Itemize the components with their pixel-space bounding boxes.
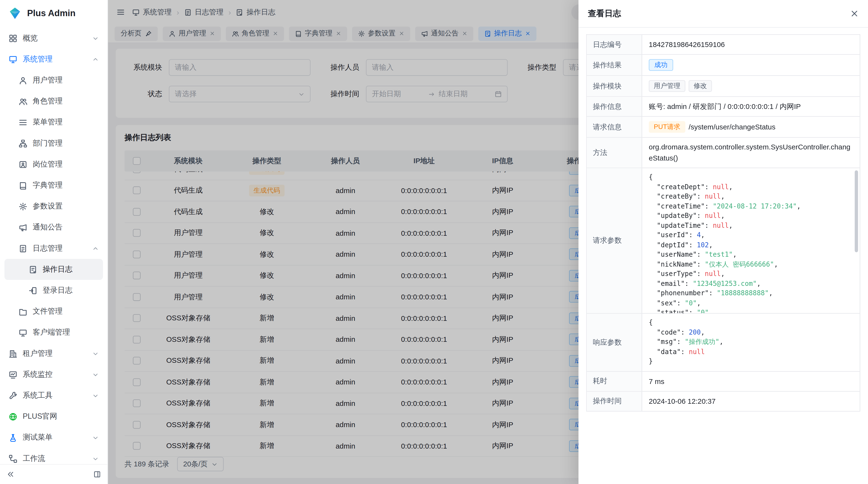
sidebar-item-label: 工作流 — [23, 454, 92, 463]
sidebar-item[interactable]: 日志管理 — [4, 238, 103, 259]
desc-row-module: 操作模块 用户管理 修改 — [587, 76, 860, 97]
sidebar-item[interactable]: 概览 — [4, 28, 103, 49]
tenant-icon — [9, 349, 18, 357]
sidebar-item-label: 系统管理 — [23, 54, 92, 64]
sidebar-item[interactable]: 通知公告 — [4, 217, 103, 238]
desc-label: 操作信息 — [587, 97, 642, 116]
request-params-value: { "createDept": null, "createBy": null, … — [642, 168, 860, 313]
sidebar-item-label: 系统工具 — [23, 390, 92, 400]
sidebar-item-label: 岗位管理 — [33, 159, 98, 169]
desc-label: 操作结果 — [587, 55, 642, 75]
sidebar-item[interactable]: 文件管理 — [4, 301, 103, 322]
sidebar-item-label: 概览 — [23, 33, 92, 43]
response-params-code: { "code": 200, "msg": "操作成功", "data": nu… — [642, 314, 860, 371]
sidebar-item[interactable]: 操作日志 — [4, 259, 103, 280]
sidebar-item-label: 通知公告 — [33, 223, 98, 232]
desc-row-method: 方法 org.dromara.system.controller.system.… — [587, 138, 860, 168]
loginlog-icon — [29, 286, 38, 295]
response-params-value: { "code": 200, "msg": "操作成功", "data": nu… — [642, 314, 860, 371]
collapse-sidebar-icon[interactable] — [7, 471, 14, 478]
sidebar-item[interactable]: 系统工具 — [4, 385, 103, 406]
desc-label: 请求参数 — [587, 168, 642, 313]
desc-row-request-params: 请求参数 { "createDept": null, "createBy": n… — [587, 168, 860, 314]
folder-icon — [19, 307, 28, 316]
sidebar-item[interactable]: 岗位管理 — [4, 154, 103, 175]
scrollbar-thumb[interactable] — [855, 170, 858, 252]
module-tag: 用户管理 — [649, 80, 685, 92]
sidebar-item[interactable]: 用户管理 — [4, 70, 103, 91]
gear-icon — [19, 202, 28, 211]
desc-row-result: 操作结果 成功 — [587, 55, 860, 76]
sidebar-item[interactable]: 客户端管理 — [4, 322, 103, 343]
sidebar-item[interactable]: 测试菜单 — [4, 427, 103, 448]
monitor-icon — [9, 55, 18, 63]
book-icon — [19, 181, 28, 189]
pin-sidebar-icon[interactable] — [94, 471, 101, 478]
tree-icon — [19, 139, 28, 147]
sidebar-item-label: 部门管理 — [33, 138, 98, 148]
app-logo[interactable]: Plus Admin — [0, 0, 107, 27]
log-icon — [19, 244, 28, 252]
desc-row-duration: 耗时 7 ms — [587, 372, 860, 392]
chevron-up-icon — [92, 246, 98, 251]
sidebar-item[interactable]: 登录日志 — [4, 280, 103, 301]
desc-row-log-id: 日志编号 1842781986426159106 — [587, 35, 860, 55]
badge-icon — [19, 160, 28, 168]
sidebar-item-label: 字典管理 — [33, 180, 98, 190]
sidebar-item[interactable]: 菜单管理 — [4, 112, 103, 133]
desc-row-info: 操作信息 账号: admin / 研发部门 / 0:0:0:0:0:0:0:1 … — [587, 97, 860, 117]
chevron-down-icon — [92, 372, 98, 378]
desc-label: 操作模块 — [587, 76, 642, 96]
operlog-icon — [29, 265, 38, 273]
sidebar-item[interactable]: 角色管理 — [4, 91, 103, 111]
megaphone-icon — [19, 223, 28, 231]
app-root: 系统管理›日志管理›操作日志 搜索 分析页用户管理角色管理字典管理参数设置通知公… — [0, 0, 868, 484]
sidebar-item-label: 用户管理 — [33, 75, 98, 85]
desc-row-oper-time: 操作时间 2024-10-06 12:20:37 — [587, 391, 860, 412]
sidebar-item[interactable]: 工作流 — [4, 448, 103, 464]
menu-icon — [19, 118, 28, 126]
sidebar: Plus Admin 概览系统管理用户管理角色管理菜单管理部门管理岗位管理字典管… — [0, 0, 108, 484]
sidebar-item[interactable]: 系统管理 — [4, 49, 103, 70]
sidebar-item-label: 菜单管理 — [33, 118, 98, 127]
user-icon — [19, 76, 28, 84]
sidebar-item-label: 文件管理 — [33, 306, 98, 316]
chevron-up-icon — [92, 56, 98, 62]
drawer-header: 查看日志 — [579, 0, 868, 28]
sidebar-item-label: 租户管理 — [23, 349, 92, 358]
sidebar-item[interactable]: 系统监控 — [4, 364, 103, 385]
sidebar-item[interactable]: PLUS官网 — [4, 406, 103, 427]
log-detail-drawer: 查看日志 日志编号 1842781986426159106 操作结果 成功 操作… — [579, 0, 868, 484]
sidebar-item-label: 测试菜单 — [23, 433, 92, 443]
http-method-tag: PUT请求 — [649, 121, 685, 133]
log-descriptions: 日志编号 1842781986426159106 操作结果 成功 操作模块 用户… — [586, 34, 860, 412]
chevron-down-icon — [92, 351, 98, 356]
sidebar-item-label: 角色管理 — [33, 96, 98, 106]
method-value: org.dromara.system.controller.system.Sys… — [642, 138, 860, 168]
sidebar-item-label: 登录日志 — [43, 285, 99, 295]
success-tag: 成功 — [649, 59, 673, 71]
chevron-down-icon — [92, 35, 98, 41]
sidebar-item[interactable]: 参数设置 — [4, 196, 103, 217]
sidebar-item-label: PLUS官网 — [23, 412, 99, 421]
sidebar-item[interactable]: 租户管理 — [4, 343, 103, 364]
sidebar-item[interactable]: 字典管理 — [4, 175, 103, 196]
oper-time-value: 2024-10-06 12:20:37 — [642, 391, 860, 411]
sidebar-item[interactable]: 部门管理 — [4, 133, 103, 154]
desc-label: 响应参数 — [587, 314, 642, 371]
log-id-value: 1842781986426159106 — [642, 35, 860, 54]
code-scrollbar[interactable] — [855, 170, 858, 311]
chevron-down-icon — [92, 392, 98, 398]
result-value: 成功 — [642, 55, 860, 75]
client-icon — [19, 328, 28, 336]
oper-info-value: 账号: admin / 研发部门 / 0:0:0:0:0:0:0:1 / 内网I… — [642, 97, 860, 116]
grid-icon — [9, 34, 18, 42]
sidebar-item-label: 操作日志 — [43, 264, 99, 274]
request-info-value: PUT请求 /system/user/changeStatus — [642, 117, 860, 137]
workflow-icon — [9, 454, 18, 462]
desc-label: 日志编号 — [587, 35, 642, 54]
close-icon[interactable] — [850, 9, 859, 18]
monitor2-icon — [9, 370, 18, 379]
request-params-code: { "createDept": null, "createBy": null, … — [642, 168, 860, 313]
desc-row-response-params: 响应参数 { "code": 200, "msg": "操作成功", "data… — [587, 314, 860, 372]
